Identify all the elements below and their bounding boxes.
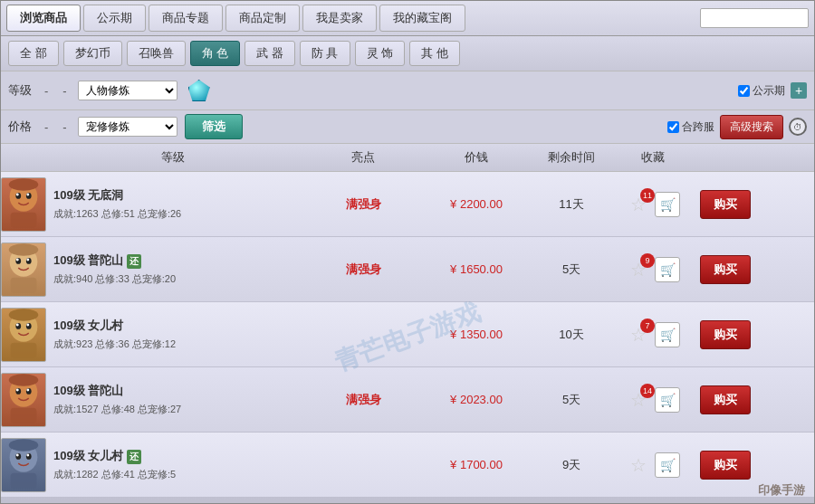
actions-cell: ☆11 🛒 [617,192,689,217]
char-training-select[interactable]: 人物修炼 [78,81,177,100]
server-checkbox-label[interactable]: 合跨服 [667,119,714,135]
cart-button[interactable]: 🛒 [655,452,680,478]
avatar [1,438,46,492]
svg-point-12 [9,243,39,255]
cat-btn-weapon[interactable]: 武 器 [244,41,295,66]
favorite-button[interactable]: ☆ [626,452,651,478]
svg-point-10 [16,258,19,261]
avatar [1,242,46,297]
avatar [1,373,46,427]
gem-icon [185,76,214,105]
nav-tab-browse[interactable]: 浏览商品 [6,5,81,32]
badge: 7 [640,319,655,333]
nav-tab-seller[interactable]: 我是卖家 [302,5,377,32]
table-wrapper: 青芒电子游戏 109级 无底洞成就:1263 总修:51 总宠修:26满强身¥ … [1,172,814,503]
table-header: 等级 亮点 价钱 剩余时间 收藏 [1,144,814,172]
char-stats: 成就:923 总修:36 总宠修:12 [53,338,292,351]
publish-checkbox-label[interactable]: 公示期 [738,83,785,99]
favorite-button[interactable]: ☆14 [626,387,651,413]
nav-tab-publish[interactable]: 公示期 [83,5,146,32]
price-cell: ¥ 1350.00 [427,328,526,341]
actions-cell: ☆9 🛒 [617,257,689,282]
avatar-cell [1,242,46,297]
th-time: 剩余时间 [526,147,617,167]
adv-search-button[interactable]: 高级搜索 [720,115,783,139]
cart-button[interactable]: 🛒 [655,257,680,282]
cat-btn-pet[interactable]: 召唤兽 [127,41,186,66]
favorite-button[interactable]: ☆9 [626,257,651,282]
cat-btn-role[interactable]: 角 色 [190,41,241,66]
char-name: 109级 普陀山还 [53,252,292,269]
table-row: 109级 普陀山还成就:940 总修:33 总宠修:20满强身¥ 1650.00… [1,237,814,302]
server-checkbox[interactable] [667,121,679,133]
favorite-button[interactable]: ☆11 [626,192,651,217]
level-label: 等级 [8,82,34,99]
avatar-cell [1,438,46,492]
nav-tab-special[interactable]: 商品专题 [149,5,223,32]
svg-point-5 [9,178,39,190]
avatar-cell [1,308,46,362]
th-level: 等级 [46,147,300,167]
buy-button[interactable]: 购买 [700,190,751,219]
highlight-cell: 满强身 [300,262,427,278]
price-cell: ¥ 2200.00 [427,197,526,211]
svg-point-17 [16,323,19,326]
price-dash2: - [59,120,70,134]
char-stats: 成就:940 总修:33 总宠修:20 [53,272,292,286]
plus-button[interactable]: + [791,82,807,99]
right-filters: 公示期 + [738,82,807,99]
search-box [700,8,809,28]
favorite-button[interactable]: ☆7 [626,322,651,347]
price-label: 价格 [8,119,34,135]
buy-cell: 购买 [689,320,762,349]
svg-point-24 [16,388,19,391]
char-stats: 成就:1263 总修:51 总宠修:26 [53,207,292,221]
svg-rect-34 [11,472,37,488]
price-cell: ¥ 1700.00 [427,458,526,471]
info-cell: 109级 无底洞成就:1263 总修:51 总宠修:26 [46,184,300,224]
cat-btn-accessory[interactable]: 灵 饰 [355,41,406,66]
cart-button[interactable]: 🛒 [655,322,680,347]
cat-btn-armor[interactable]: 防 具 [300,41,350,66]
cat-btn-dreamcoin[interactable]: 梦幻币 [63,41,122,66]
char-name: 109级 女儿村 [53,318,292,334]
buy-button[interactable]: 购买 [700,255,751,284]
cart-button[interactable]: 🛒 [655,192,680,217]
th-collect: 收藏 [617,147,689,167]
svg-point-32 [26,453,29,456]
nav-tabs: 浏览商品公示期商品专题商品定制我是卖家我的藏宝阁 [6,5,465,32]
th-price: 价钱 [427,147,526,167]
cat-btn-other[interactable]: 其 他 [409,41,460,66]
cart-button[interactable]: 🛒 [655,387,680,413]
price-cell: ¥ 1650.00 [427,262,526,276]
actions-cell: ☆7 🛒 [617,322,689,347]
buy-button[interactable]: 购买 [700,385,751,414]
badge: 14 [640,384,655,398]
table-row: 109级 普陀山成就:1527 总修:48 总宠修:27满强身¥ 2023.00… [1,367,814,433]
pet-training-select[interactable]: 宠修修炼 [78,117,177,137]
svg-rect-13 [11,277,37,292]
nav-tab-collection[interactable]: 我的藏宝阁 [379,5,465,32]
svg-point-11 [26,258,29,261]
top-nav: 浏览商品公示期商品专题商品定制我是卖家我的藏宝阁 [1,1,814,36]
svg-point-19 [9,309,39,320]
svg-rect-20 [11,342,37,357]
char-stats: 成就:1282 总修:41 总宠修:5 [53,468,292,481]
price-dash: - [41,120,52,134]
buy-button[interactable]: 购买 [700,320,751,349]
badge: 9 [640,253,655,268]
th-highlight: 亮点 [300,147,427,167]
highlight-cell: 满强身 [300,392,427,408]
publish-checkbox[interactable] [738,85,750,97]
buy-cell: 购买 [689,451,762,480]
clock-icon[interactable]: ⏱ [789,118,807,136]
filter-button[interactable]: 筛选 [185,114,243,139]
avatar-cell [1,177,46,232]
nav-tab-custom[interactable]: 商品定制 [225,5,300,32]
svg-point-26 [9,374,39,385]
cat-btn-all[interactable]: 全 部 [8,41,59,66]
buy-button[interactable]: 购买 [700,451,751,480]
buy-cell: 购买 [689,190,762,219]
search-input[interactable] [700,8,809,28]
avatar-cell [1,373,46,427]
